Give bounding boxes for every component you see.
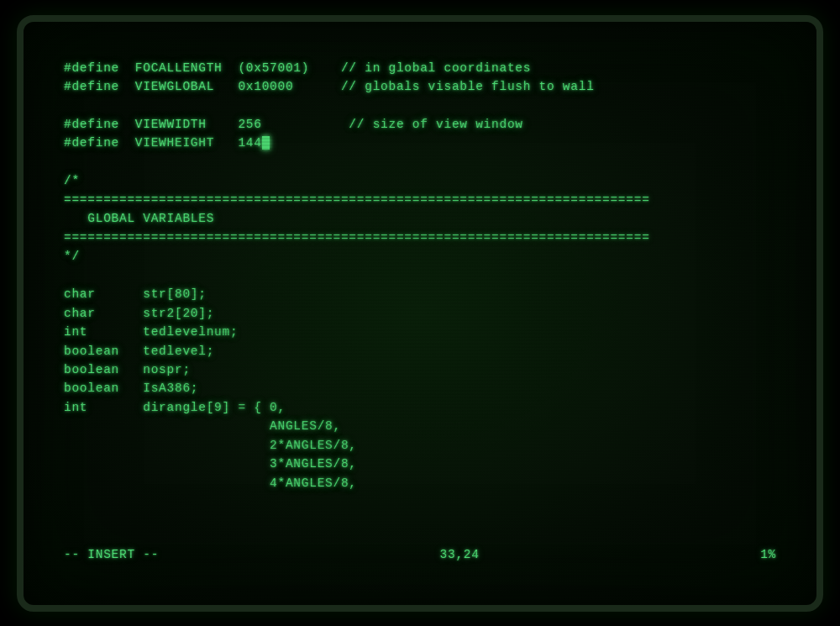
var-1: char str[80]; [64, 285, 776, 303]
comment-start: /* [64, 171, 776, 190]
var-8: ANGLES/8, [64, 417, 776, 435]
blank-line-3 [64, 266, 776, 285]
code-line-3: #define VIEWWIDTH 256 // size of view wi… [64, 115, 776, 134]
code-line-4-text: #define VIEWHEIGHT 144 [64, 136, 262, 150]
code-line-1: #define FOCALLENGTH (0x57001) // in glob… [64, 59, 776, 77]
code-line-4-cursor: #define VIEWHEIGHT 144 [64, 134, 776, 152]
var-10: 3*ANGLES/8, [64, 455, 776, 473]
var-4: boolean tedlevel; [64, 342, 776, 360]
var-2: char str2[20]; [64, 304, 776, 323]
cursor-position: 33,24 [440, 545, 480, 564]
section-title: GLOBAL VARIABLES [64, 209, 776, 228]
blank-line-1 [64, 96, 776, 114]
var-7: int dirangle[9] = { 0, [64, 398, 776, 417]
var-9: 2*ANGLES/8, [64, 436, 776, 455]
text-cursor [262, 136, 270, 150]
var-6: boolean IsA386; [64, 379, 776, 397]
var-11: 4*ANGLES/8, [64, 474, 776, 492]
code-line-2: #define VIEWGLOBAL 0x10000 // globals vi… [64, 77, 776, 96]
scroll-percent: 1% [760, 545, 776, 564]
editor-screen: #define FOCALLENGTH (0x57001) // in glob… [40, 39, 800, 588]
blank-line-2 [64, 153, 776, 171]
dashes-2: ========================================… [64, 229, 776, 247]
status-bar: -- INSERT -- 33,24 1% [64, 545, 776, 564]
monitor: #define FOCALLENGTH (0x57001) // in glob… [17, 15, 823, 612]
dashes-1: ========================================… [64, 191, 776, 209]
var-3: int tedlevelnum; [64, 323, 776, 341]
var-5: boolean nospr; [64, 360, 776, 379]
comment-end: */ [64, 247, 776, 266]
editor-mode: -- INSERT -- [64, 545, 159, 564]
